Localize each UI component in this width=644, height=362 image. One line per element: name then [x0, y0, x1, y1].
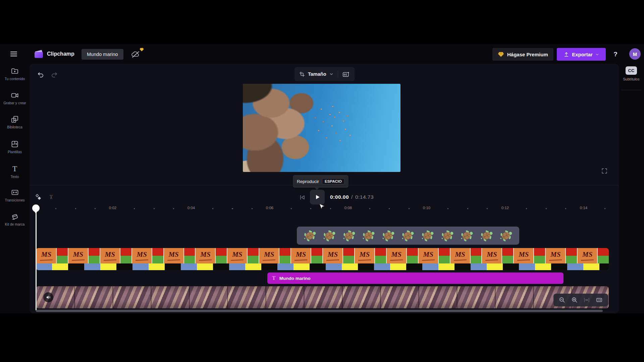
- pattern-logo-text: MS: [391, 251, 401, 258]
- size-toolbar: Tamaño: [294, 67, 355, 81]
- pattern-signature-mark: [72, 257, 85, 260]
- undo-button[interactable]: [35, 69, 46, 80]
- video-clip[interactable]: [36, 286, 609, 308]
- green-block: [375, 256, 386, 263]
- turtle-icon: [362, 228, 375, 243]
- folder-video-icon: [11, 67, 19, 75]
- pattern-logo-text: MS: [232, 251, 242, 258]
- video-preview[interactable]: [243, 84, 400, 172]
- clipchamp-app: Clipchamp Mundo marino Hágase Premium E: [0, 0, 644, 362]
- zoom-out-button[interactable]: [559, 297, 566, 303]
- templates-icon: [11, 140, 19, 148]
- pattern-logo-text: MS: [264, 251, 274, 258]
- green-block: [216, 256, 227, 263]
- pattern-tile: MS: [290, 248, 322, 263]
- green-block: [407, 256, 418, 263]
- pattern-logo-text: MS: [519, 251, 529, 258]
- split-button[interactable]: ✂: [46, 192, 56, 202]
- pattern-signature-mark: [104, 257, 116, 260]
- library-icon: [11, 115, 19, 123]
- turtle-icon: [421, 228, 434, 243]
- play-icon: [314, 194, 321, 200]
- redo-button[interactable]: [48, 69, 60, 80]
- timeline-ruler[interactable]: [36, 208, 608, 209]
- undo-icon: [37, 71, 44, 78]
- sidebar-item-label: Tu contenido: [1, 77, 28, 81]
- audio-button[interactable]: [43, 292, 53, 302]
- upload-icon: [564, 52, 569, 57]
- green-block: [471, 256, 482, 263]
- fit-to-width-icon: [583, 297, 590, 303]
- green-block: [534, 256, 545, 263]
- horizontal-scrollbar[interactable]: [36, 310, 603, 312]
- export-button[interactable]: Exportar: [557, 48, 606, 61]
- pattern-row: MS MS: [36, 248, 609, 263]
- auto-captions-icon[interactable]: [342, 71, 350, 77]
- cloud-backup-off-icon[interactable]: [131, 49, 143, 59]
- premium-button-label: Hágase Premium: [507, 52, 548, 57]
- pattern-tile: MS: [322, 248, 354, 263]
- turtle-icon: [401, 228, 415, 243]
- zoom-in-button[interactable]: [571, 297, 578, 303]
- sidebar-item-label: Transiciones: [1, 198, 28, 202]
- red-block: [502, 248, 513, 256]
- fish-school: [329, 114, 331, 115]
- turtle-icon: [303, 228, 317, 243]
- red-block: [534, 248, 545, 256]
- sidebar-item-subtitulos[interactable]: CC Subtítulos: [619, 66, 643, 81]
- pattern-image-clip[interactable]: MS MS: [36, 248, 609, 270]
- redo-icon: [51, 71, 58, 78]
- pattern-tile: MS: [68, 248, 100, 263]
- captions-label: Subtítulos: [623, 77, 640, 81]
- play-button[interactable]: [310, 190, 325, 204]
- pattern-tile: MS: [545, 248, 577, 263]
- green-block: [152, 256, 163, 263]
- help-button[interactable]: ?: [610, 48, 621, 61]
- sidebar-item-plantillas[interactable]: Plantillas: [0, 140, 30, 154]
- sidebar-item-biblioteca[interactable]: Bibiloteca: [0, 115, 30, 129]
- transitions-icon: [11, 188, 19, 196]
- text-icon: T: [12, 165, 17, 173]
- pattern-logo-text: MS: [105, 251, 115, 258]
- pattern-logo-text: MS: [41, 251, 51, 258]
- pattern-signature-mark: [231, 257, 244, 260]
- pattern-logo-text: MS: [73, 251, 83, 258]
- zoom-fit-button[interactable]: [583, 297, 590, 303]
- pattern-logo-text: MS: [168, 251, 178, 258]
- pattern-tile: MS: [513, 248, 545, 263]
- premium-button[interactable]: Hágase Premium: [492, 48, 553, 61]
- avatar[interactable]: M: [629, 48, 641, 60]
- timeline-options-button[interactable]: [596, 297, 603, 303]
- size-button[interactable]: Tamaño: [308, 71, 326, 77]
- sidebar-item-grabar-y-crear[interactable]: Grabar y crear: [0, 91, 30, 105]
- pattern-signature-mark: [326, 257, 339, 260]
- sidebar-item-kit-de-marca[interactable]: Kit de marca: [0, 213, 30, 227]
- pattern-tile: MS: [36, 248, 68, 263]
- sidebar-item-texto[interactable]: T Texto: [0, 165, 30, 179]
- sidebar-item-label: Texto: [1, 175, 28, 179]
- total-time: 0:14.73: [355, 194, 374, 200]
- ruler-label: 0:08: [343, 206, 354, 210]
- pattern-logo-text: MS: [328, 251, 338, 258]
- sidebar-item-transiciones[interactable]: Transiciones: [0, 188, 30, 202]
- green-block: [311, 256, 322, 263]
- hamburger-menu-icon[interactable]: [8, 49, 19, 59]
- clipchamp-logo-icon[interactable]: [33, 48, 44, 60]
- turtle-sticker-clip[interactable]: [297, 227, 519, 245]
- red-block: [279, 248, 290, 256]
- captions-cc-icon: CC: [626, 66, 637, 75]
- app-name: Clipchamp: [47, 44, 74, 64]
- zoom-in-icon: [571, 297, 578, 303]
- project-title[interactable]: Mundo marino: [82, 49, 123, 60]
- add-transition-button[interactable]: [33, 192, 44, 202]
- skip-to-start-button[interactable]: [297, 192, 307, 202]
- playhead-handle[interactable]: [32, 204, 40, 212]
- sidebar-item-tu-contenido[interactable]: Tu contenido: [0, 67, 30, 81]
- pattern-signature-mark: [549, 257, 562, 260]
- pattern-signature-mark: [485, 257, 498, 260]
- fullscreen-button[interactable]: [600, 166, 609, 176]
- pattern-tile: MS: [195, 248, 227, 263]
- green-block: [89, 256, 100, 263]
- text-clip[interactable]: T Mundo marino: [267, 273, 564, 284]
- timeline-options-icon: [596, 297, 603, 303]
